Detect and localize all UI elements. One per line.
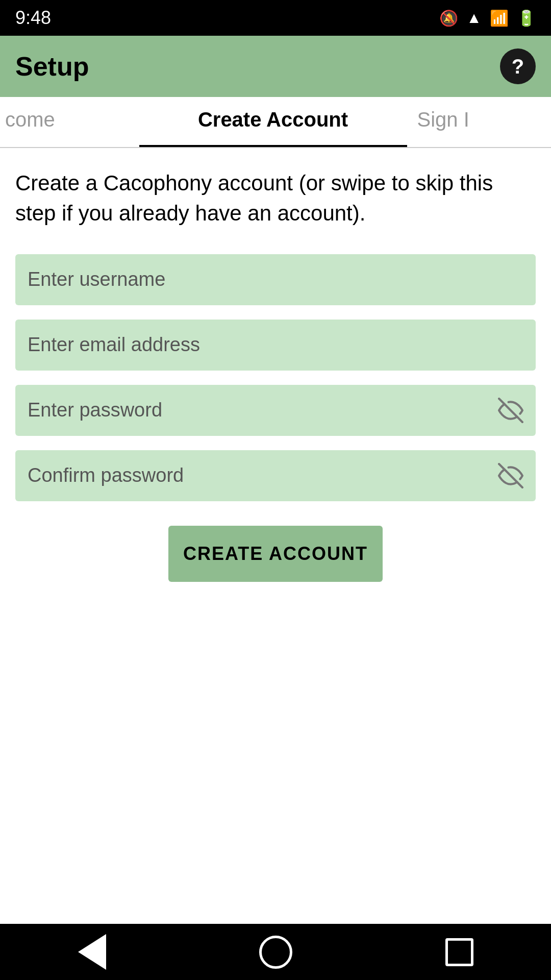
- confirm-password-wrapper: [15, 450, 536, 501]
- create-account-button[interactable]: CREATE ACCOUNT: [168, 526, 383, 582]
- stop-icon: [445, 938, 473, 966]
- confirm-password-input[interactable]: [15, 450, 536, 501]
- username-input[interactable]: [15, 254, 536, 305]
- status-icons: 🔕 ▲ 📶 🔋: [439, 9, 536, 27]
- stop-button[interactable]: [439, 932, 480, 972]
- app-title: Setup: [15, 51, 89, 82]
- help-button[interactable]: ?: [500, 48, 536, 84]
- back-icon: [78, 934, 106, 970]
- tab-welcome[interactable]: come: [0, 97, 139, 147]
- wifi-icon: ▲: [466, 9, 482, 27]
- tab-create-account[interactable]: Create Account: [139, 97, 407, 147]
- tab-create-account-label: Create Account: [198, 108, 348, 131]
- signal-icon: 📶: [490, 9, 509, 27]
- password-wrapper: [15, 385, 536, 436]
- password-input[interactable]: [15, 385, 536, 436]
- app-header: Setup ?: [0, 36, 551, 97]
- notification-muted-icon: 🔕: [439, 9, 458, 27]
- tab-sign-in-label: Sign I: [417, 108, 469, 131]
- home-icon: [259, 936, 292, 969]
- tab-welcome-label: come: [5, 108, 55, 131]
- password-toggle-icon[interactable]: [498, 398, 523, 423]
- tabs-bar: come Create Account Sign I: [0, 97, 551, 148]
- confirm-password-toggle-icon[interactable]: [498, 463, 523, 488]
- status-time: 9:48: [15, 7, 51, 29]
- email-input[interactable]: [15, 320, 536, 371]
- back-button[interactable]: [71, 932, 112, 972]
- status-bar: 9:48 🔕 ▲ 📶 🔋: [0, 0, 551, 36]
- description-text: Create a Cacophony account (or swipe to …: [15, 168, 536, 229]
- battery-icon: 🔋: [517, 9, 536, 27]
- bottom-nav: [0, 924, 551, 980]
- help-icon: ?: [512, 55, 524, 78]
- home-button[interactable]: [255, 932, 296, 972]
- tab-sign-in[interactable]: Sign I: [407, 97, 552, 147]
- main-content: Create a Cacophony account (or swipe to …: [0, 148, 551, 924]
